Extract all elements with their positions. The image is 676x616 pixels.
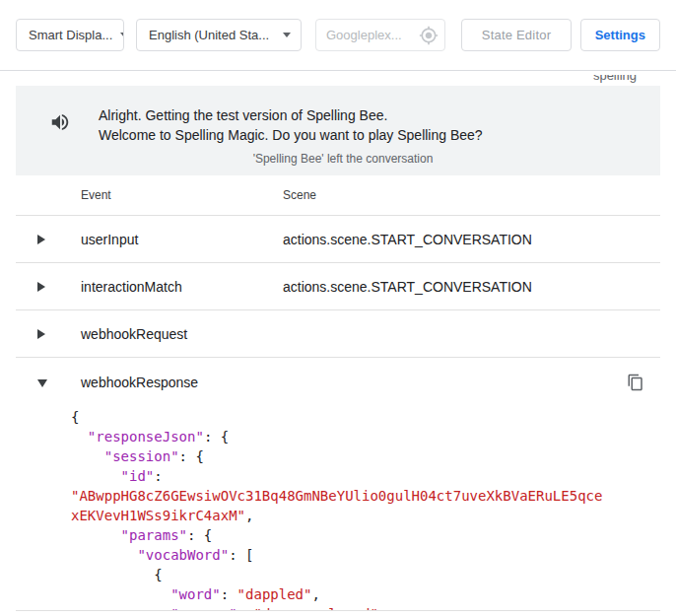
table-row-expanded: webhookResponse { "responseJson": { "ses… <box>16 358 660 611</box>
speaker-icon[interactable] <box>49 111 71 133</box>
transcript-panel: Alright. Getting the test version of Spe… <box>16 86 660 175</box>
code-line: { <box>71 565 606 584</box>
code-line: "session": { <box>71 446 606 466</box>
json-key: "id" <box>121 468 155 484</box>
code-line: { <box>71 407 606 427</box>
copy-icon <box>627 374 644 394</box>
collapse-arrow-icon[interactable] <box>37 379 47 387</box>
assistant-message-line-2: Welcome to Spelling Magic. Do you want t… <box>99 125 483 145</box>
code-line: "answer": "d,a,p,p,l,e,d" <box>71 604 606 611</box>
copy-button[interactable] <box>623 371 648 396</box>
scene-name: actions.scene.START_CONVERSATION <box>283 232 660 247</box>
table-row[interactable]: interactionMatch actions.scene.START_CON… <box>16 263 660 310</box>
table-row[interactable]: webhookRequest <box>16 310 660 358</box>
expand-arrow-icon[interactable] <box>37 329 45 339</box>
chevron-down-icon <box>120 33 124 37</box>
location-target-icon <box>419 26 439 45</box>
clipped-text-fragment: spelling <box>593 75 637 85</box>
json-key: "answer" <box>170 606 237 611</box>
assistant-message: Alright. Getting the test version of Spe… <box>99 105 483 145</box>
scene-name: actions.scene.START_CONVERSATION <box>283 279 660 295</box>
settings-button[interactable]: Settings <box>580 19 660 51</box>
json-string: "ABwppHG8cZ6GEwsiwOVc31Bq48GmNBeYUlio0gu… <box>71 488 602 523</box>
language-select[interactable]: English (United Sta... <box>136 19 302 51</box>
event-name: interactionMatch <box>81 279 283 295</box>
table-row[interactable]: userInput actions.scene.START_CONVERSATI… <box>16 216 660 263</box>
json-key: "vocabWord" <box>137 547 229 563</box>
expand-arrow-icon[interactable] <box>37 282 45 292</box>
json-string: "dappled" <box>237 586 312 602</box>
toolbar: Smart Displa... English (United Sta... S… <box>0 0 676 71</box>
log-header-event: Event <box>81 188 283 202</box>
json-key: "responseJson" <box>88 429 204 445</box>
event-name: webhookResponse <box>81 375 283 390</box>
json-string: "d,a,p,p,l,e,d" <box>253 606 377 611</box>
code-line: "word": "dappled", <box>71 584 606 604</box>
location-input-wrap <box>315 19 445 51</box>
code-line: "params": { <box>71 525 606 545</box>
surface-select[interactable]: Smart Displa... <box>16 19 124 51</box>
code-line: "vocabWord": [ <box>71 545 606 565</box>
assistant-message-line-1: Alright. Getting the test version of Spe… <box>99 105 483 125</box>
event-log-header: Event Scene <box>16 175 660 216</box>
table-row[interactable]: webhookResponse <box>16 358 660 407</box>
conversation-exit-note: 'Spelling Bee' left the conversation <box>49 152 637 166</box>
json-key: "session" <box>104 448 179 464</box>
code-line: "id": "ABwppHG8cZ6GEwsiwOVc31Bq48GmNBeYU… <box>71 466 606 525</box>
language-select-label: English (United Sta... <box>149 28 269 42</box>
event-name: webhookRequest <box>81 326 283 342</box>
state-editor-button[interactable]: State Editor <box>461 19 572 51</box>
surface-select-label: Smart Displa... <box>29 28 112 42</box>
log-header-scene: Scene <box>283 188 660 202</box>
chevron-down-icon <box>283 33 291 37</box>
json-key: "params" <box>121 527 187 543</box>
expand-arrow-icon[interactable] <box>37 235 45 244</box>
json-key: "word" <box>170 586 221 602</box>
event-name: userInput <box>81 232 283 247</box>
event-log-table: Event Scene userInput actions.scene.STAR… <box>16 175 660 611</box>
webhook-response-json: { "responseJson": { "session": { "id": "… <box>71 407 606 611</box>
location-input[interactable] <box>326 28 417 42</box>
code-line: "responseJson": { <box>71 427 606 446</box>
